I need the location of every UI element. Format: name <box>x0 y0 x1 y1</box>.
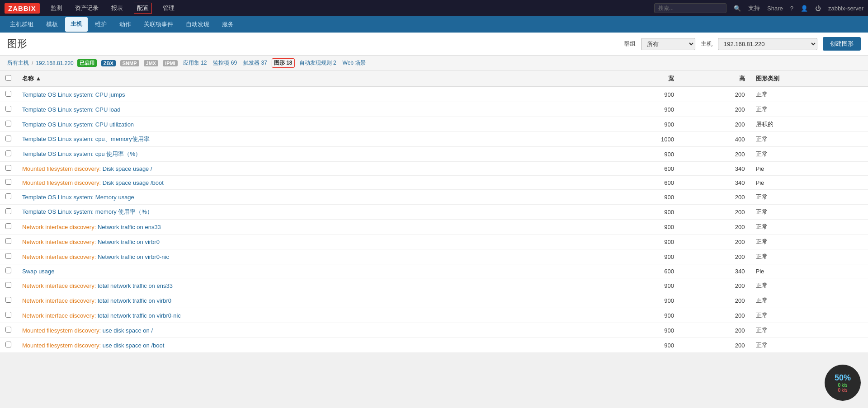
badge-snmp[interactable]: SNMP <box>120 60 139 66</box>
graph-name-prefix[interactable]: Network interface discovery: <box>22 253 98 260</box>
graph-name-prefix[interactable]: Network interface discovery: <box>22 239 98 245</box>
graph-name-link[interactable]: Network traffic on ens33 <box>98 224 161 230</box>
nav-admin[interactable]: 管理 <box>161 4 176 12</box>
graph-name-prefix[interactable]: Mounted filesystem discovery: <box>22 179 103 186</box>
group-label: 群组 <box>624 40 636 48</box>
row-checkbox[interactable] <box>5 238 11 244</box>
row-checkbox[interactable] <box>5 165 11 171</box>
search-input[interactable] <box>654 3 726 13</box>
graph-height: 200 <box>679 278 750 293</box>
select-all-checkbox[interactable] <box>5 75 11 81</box>
tab-web-scenarios[interactable]: Web 场景 <box>341 59 368 67</box>
graph-name-prefix[interactable]: Template OS Linux system: <box>22 136 95 142</box>
tab-triggers[interactable]: 触发器 37 <box>241 59 269 67</box>
graph-height: 200 <box>679 190 750 205</box>
table-row: Network interface discovery: Network tra… <box>0 234 868 249</box>
graph-name-prefix[interactable]: Template OS Linux system: <box>22 150 95 157</box>
graph-name-link[interactable]: Swap usage <box>22 268 55 275</box>
share-link[interactable]: Share <box>767 5 783 12</box>
graph-name-link[interactable]: CPU load <box>95 106 121 113</box>
badge-ipmi[interactable]: IPMI <box>163 60 178 66</box>
row-checkbox[interactable] <box>5 267 11 273</box>
create-graph-button[interactable]: 创建图形 <box>823 37 861 51</box>
row-checkbox[interactable] <box>5 121 11 127</box>
row-checkbox[interactable] <box>5 312 11 318</box>
graph-type: 正常 <box>750 293 868 308</box>
graph-name-link[interactable]: use disk space on / <box>103 327 153 334</box>
tab-items[interactable]: 监控项 69 <box>211 59 239 67</box>
row-checkbox[interactable] <box>5 282 11 288</box>
col-name-header[interactable]: 名称 ▲ <box>17 71 598 87</box>
subnav-services[interactable]: 服务 <box>217 18 239 31</box>
subnav-correlation[interactable]: 关联项事件 <box>138 18 179 31</box>
nav-config[interactable]: 配置 <box>134 3 152 14</box>
graph-name-prefix[interactable]: Network interface discovery: <box>22 312 98 319</box>
graph-name-prefix[interactable]: Network interface discovery: <box>22 282 98 289</box>
row-checkbox[interactable] <box>5 297 11 303</box>
badge-zbx[interactable]: ZBX <box>101 60 116 66</box>
graph-name-link[interactable]: total network traffic on ens33 <box>98 282 173 289</box>
tab-graphs[interactable]: 图形 18 <box>272 58 295 68</box>
graph-name-prefix[interactable]: Template OS Linux system: <box>22 194 95 201</box>
breadcrumb-host[interactable]: 192.168.81.220 <box>36 60 73 66</box>
graph-name-link[interactable]: Network traffic on virbr0 <box>98 239 160 245</box>
badge-jmx[interactable]: JMX <box>144 60 159 66</box>
row-checkbox[interactable] <box>5 150 11 156</box>
subnav-maintenance[interactable]: 维护 <box>90 18 112 31</box>
row-checkbox[interactable] <box>5 106 11 112</box>
graph-name-prefix[interactable]: Mounted filesystem discovery: <box>22 342 103 349</box>
graph-name-link[interactable]: CPU jumps <box>95 91 125 98</box>
host-select[interactable]: 192.168.81.220 <box>718 38 817 50</box>
graph-name-link[interactable]: memory 使用率（%） <box>95 208 153 215</box>
graph-name-prefix[interactable]: Mounted filesystem discovery: <box>22 327 103 334</box>
graph-name-link[interactable]: Network traffic on virbr0-nic <box>98 253 169 260</box>
graph-name-prefix[interactable]: Template OS Linux system: <box>22 208 95 215</box>
graph-name-link[interactable]: Disk space usage /boot <box>103 179 164 186</box>
help-icon[interactable]: ? <box>790 5 793 12</box>
graph-name-link[interactable]: use disk space on /boot <box>103 342 165 349</box>
zabbix-logo[interactable]: ZABBIX <box>5 3 40 14</box>
graph-name-link[interactable]: total network traffic on virbr0 <box>98 297 171 304</box>
nav-assets[interactable]: 资产记录 <box>73 4 100 12</box>
row-checkbox[interactable] <box>5 91 11 97</box>
row-checkbox[interactable] <box>5 193 11 199</box>
breadcrumb-all-hosts[interactable]: 所有主机 <box>7 59 29 67</box>
nav-reports[interactable]: 报表 <box>109 4 125 12</box>
search-icon[interactable]: 🔍 <box>734 5 741 12</box>
graph-name-link[interactable]: CPU utilization <box>95 121 134 128</box>
row-checkbox[interactable] <box>5 179 11 185</box>
graph-name-link[interactable]: cpu 使用率（%） <box>95 150 141 157</box>
subnav-hosts[interactable]: 主机 <box>65 17 88 32</box>
row-checkbox[interactable] <box>5 223 11 229</box>
row-checkbox[interactable] <box>5 327 11 333</box>
subnav-hostgroups[interactable]: 主机群组 <box>5 18 39 31</box>
row-checkbox[interactable] <box>5 208 11 214</box>
row-checkbox[interactable] <box>5 136 11 141</box>
graph-name-link[interactable]: Disk space usage / <box>103 165 152 172</box>
group-select[interactable]: 所有 <box>641 38 695 50</box>
subnav-templates[interactable]: 模板 <box>41 18 63 31</box>
graphs-table: 名称 ▲ 宽 高 图形类别 Template OS Linux system: … <box>0 71 868 353</box>
power-icon[interactable]: ⏻ <box>815 5 821 12</box>
graph-type: 正常 <box>750 147 868 162</box>
graph-name-link[interactable]: cpu、memory使用率 <box>95 136 150 142</box>
graph-name-prefix[interactable]: Template OS Linux system: <box>22 106 95 113</box>
subnav-actions[interactable]: 动作 <box>114 18 137 31</box>
tab-applications[interactable]: 应用集 12 <box>181 59 209 67</box>
graph-name-prefix[interactable]: Template OS Linux system: <box>22 91 95 98</box>
graph-type: Pie <box>750 176 868 190</box>
graph-name-link[interactable]: total network traffic on virbr0-nic <box>98 312 181 319</box>
graph-name-prefix[interactable]: Template OS Linux system: <box>22 121 95 128</box>
nav-monitor[interactable]: 监测 <box>49 4 64 12</box>
graph-height: 200 <box>679 234 750 249</box>
subnav-discovery[interactable]: 自动发现 <box>180 18 215 31</box>
graph-name-prefix[interactable]: Mounted filesystem discovery: <box>22 165 103 172</box>
graph-name-link[interactable]: Memory usage <box>95 194 134 201</box>
row-checkbox[interactable] <box>5 342 11 347</box>
support-link[interactable]: 支持 <box>748 4 760 12</box>
tab-discovery-rules[interactable]: 自动发现规则 2 <box>297 59 338 67</box>
row-checkbox[interactable] <box>5 253 11 259</box>
user-icon[interactable]: 👤 <box>801 5 808 12</box>
graph-name-prefix[interactable]: Network interface discovery: <box>22 297 98 304</box>
graph-name-prefix[interactable]: Network interface discovery: <box>22 224 98 230</box>
